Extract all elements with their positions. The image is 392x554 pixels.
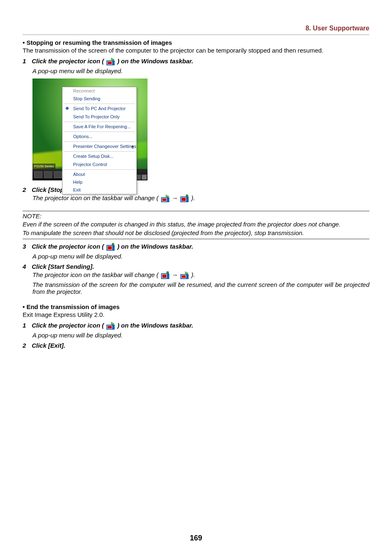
arrow-icon: → [172, 194, 178, 201]
svg-point-13 [112, 243, 114, 245]
ctx-create-setup-disk[interactable]: Create Setup Disk... [62, 152, 136, 160]
svg-rect-12 [108, 246, 112, 249]
step-number: 1 [23, 322, 30, 329]
step-3: 3 Click the projector icon ( ) on the Wi… [23, 242, 369, 252]
sub-text-b: ). [191, 271, 195, 278]
step-4: 4 Click [Start Sending]. [23, 263, 369, 270]
sub-text-a: The projector icon on the taskbar will c… [32, 194, 159, 201]
step-text-part-a: Click the projector icon ( [32, 243, 104, 250]
arrow-icon: → [172, 271, 178, 278]
svg-rect-2 [108, 62, 112, 64]
projector-stopped-icon [161, 271, 169, 280]
ctx-options[interactable]: Options... [62, 133, 136, 141]
step-text-part-a: Click the projector icon ( [32, 58, 104, 65]
sub-text-b: ). [191, 194, 195, 201]
section-title-stop-resume: • Stopping or resuming the transmission … [23, 39, 369, 46]
section-intro: The transmission of the screen of the co… [23, 47, 369, 54]
svg-rect-16 [162, 275, 166, 278]
ctx-save-file[interactable]: Save A File For Reopening... [62, 123, 136, 131]
step-3-sub: A pop-up menu will be displayed. [32, 253, 369, 260]
projector-stopped-icon [106, 242, 115, 252]
step-2-sub: The projector icon on the taskbar will c… [32, 194, 369, 203]
svg-rect-8 [182, 198, 186, 201]
ctx-reconnect[interactable]: Reconnect [62, 87, 136, 95]
taskbar-context-menu-figure: P3150 Series Reconnect Stop Sending Send… [32, 78, 148, 180]
note-block: NOTE: Even if the screen of the computer… [23, 212, 369, 237]
ctx-about[interactable]: About [62, 171, 136, 178]
taskbar-button[interactable] [54, 171, 62, 178]
taskbar-button[interactable] [34, 171, 42, 178]
sub-text-a: The projector icon on the taskbar will c… [32, 271, 159, 278]
svg-rect-20 [182, 275, 186, 278]
step-number: 2 [23, 186, 30, 193]
projector-sending-icon [161, 194, 169, 203]
projector-sending-icon [106, 57, 115, 67]
ctx-projector-control[interactable]: Projector Control [62, 161, 136, 169]
note-line-2: To manipulate the screen that should not… [23, 229, 369, 237]
note-line-1: Even if the screen of the computer is ch… [23, 220, 369, 229]
svg-point-17 [166, 271, 169, 274]
ctx-exit[interactable]: Exit [62, 186, 136, 194]
ctx-send-projector-only[interactable]: Send To Projector Only [62, 113, 136, 121]
projector-stopped-icon [180, 194, 189, 203]
step-4-sub-change: The projector icon on the taskbar will c… [32, 271, 369, 280]
note-label: NOTE: [23, 212, 369, 220]
step-number: 4 [23, 263, 30, 270]
projector-sending-icon [106, 321, 115, 331]
ctx-send-pc-and-projector[interactable]: Send To PC And Projector [62, 105, 136, 113]
ctx-stop-sending[interactable]: Stop Sending [62, 95, 136, 103]
step-text-part-b: ) on the Windows taskbar. [117, 58, 193, 65]
step-number: 1 [23, 58, 30, 65]
step-text: Click [Exit]. [32, 342, 65, 349]
taskbar-app-label: P3150 Series [32, 164, 55, 169]
context-menu: Reconnect Stop Sending Send To PC And Pr… [62, 87, 137, 194]
end-step-2: 2 Click [Exit]. [23, 342, 369, 349]
step-1: 1 Click the projector icon ( ) on the Wi… [23, 57, 369, 67]
page-header: 8. User Supportware [23, 25, 369, 35]
page-number: 169 [0, 534, 392, 542]
svg-rect-5 [162, 199, 166, 201]
section-intro-end: Exit Image Express Utility 2.0. [23, 311, 369, 318]
ctx-presenter-settings[interactable]: Presenter Changeover Settings [62, 143, 136, 150]
tray-icon[interactable] [142, 175, 147, 180]
step-4-sub-resume: The transmission of the screen for the c… [32, 281, 369, 295]
step-1-sub: A pop-up menu will be displayed. [32, 67, 369, 74]
step-number: 3 [23, 243, 30, 250]
taskbar-button[interactable] [44, 171, 52, 178]
step-text-part-b: ) on the Windows taskbar. [117, 243, 193, 250]
step-text-part-b: ) on the Windows taskbar. [117, 322, 193, 329]
end-step-1: 1 Click the projector icon ( ) on the Wi… [23, 321, 369, 331]
ctx-help[interactable]: Help [62, 178, 136, 186]
section-title-end: • End the transmission of images [23, 303, 369, 310]
step-number: 2 [23, 342, 30, 349]
end-step-1-sub: A pop-up menu will be displayed. [32, 332, 369, 339]
step-text: Click [Start Sending]. [32, 263, 94, 270]
step-text-part-a: Click the projector icon ( [32, 322, 104, 329]
svg-point-9 [186, 194, 188, 197]
svg-rect-23 [108, 326, 112, 328]
projector-sending-icon [180, 271, 189, 280]
